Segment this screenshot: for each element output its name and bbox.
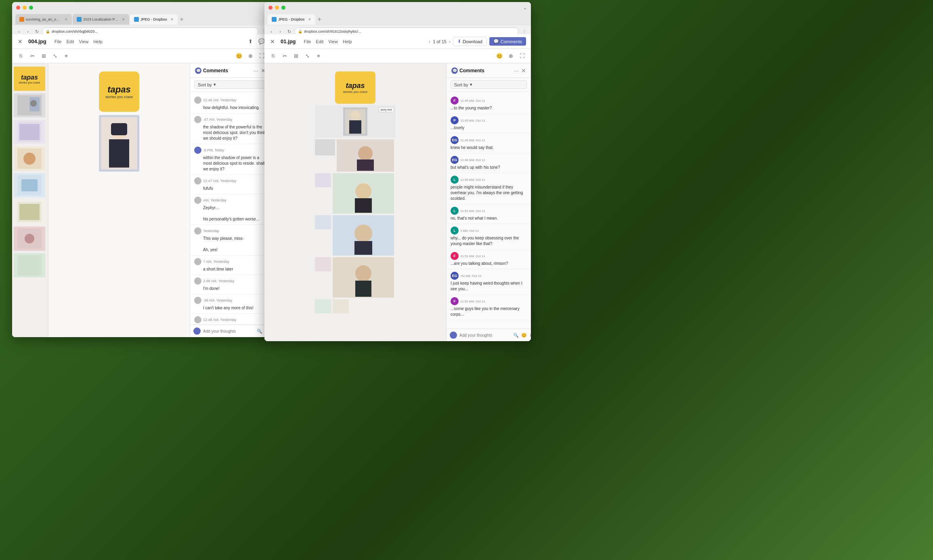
small-panel-4 xyxy=(315,257,331,271)
right-window-control[interactable]: ⌄ xyxy=(523,5,527,10)
right-comments-more-button[interactable]: ··· xyxy=(514,67,519,74)
right-comments-close-button[interactable]: ✕ xyxy=(521,67,526,74)
svg-point-6 xyxy=(23,153,36,165)
right-emoji-icon[interactable]: 😊 xyxy=(521,333,527,338)
close-traffic-light[interactable] xyxy=(16,6,20,10)
emoji-icon[interactable]: 😊 xyxy=(235,52,243,60)
zoom-icon[interactable]: ⊕ xyxy=(246,52,254,60)
comment-0: 12:46 AM, Yesterday how delightful. how … xyxy=(190,94,270,113)
menu-view[interactable]: View xyxy=(79,39,89,44)
right-comment-1: P 11:45 AM, Oct 11 ...lovely xyxy=(447,114,531,134)
thumbnail-3[interactable] xyxy=(14,120,45,144)
right-tab-0[interactable]: JPEG - Dropbox ✕ xyxy=(268,14,315,25)
right-menu-view[interactable]: View xyxy=(328,39,338,44)
right-comment-3: EG 11:46 AM, Oct 11 but what's up with h… xyxy=(447,153,531,173)
manga-panel-1: story text xyxy=(315,105,396,138)
left-file-title: 004.jpg xyxy=(28,38,46,44)
right-send-icon[interactable]: ➤ xyxy=(529,333,531,338)
list-icon[interactable]: ≡ xyxy=(62,52,70,60)
right-comment-4: L 11:50 AM, Oct 11 people might misunder… xyxy=(447,173,531,204)
right-zoom-icon[interactable]: ⊕ xyxy=(507,52,515,60)
search-comment-icon[interactable]: 🔍 xyxy=(257,329,262,334)
right-sort-bar: Sort by ▾ xyxy=(447,78,531,92)
thumbnail-8[interactable] xyxy=(14,253,45,277)
right-comments-panel: 💬 Comments ··· ✕ Sort by ▾ xyxy=(446,63,531,341)
right-scissors-icon[interactable]: ✂ xyxy=(281,52,289,60)
crop-icon[interactable]: ⤡ xyxy=(51,52,59,60)
right-copy-icon[interactable]: ⎘ xyxy=(269,52,277,60)
rc-avatar-3: EG xyxy=(451,156,459,164)
left-app-window: ✕ 004.jpg File Edit View Help ⬆ 💬 ⎘ ✂ ⊞ … xyxy=(12,34,270,337)
comment-6: 7 AM, Yesterday a short time later xyxy=(190,256,270,275)
left-sort-button[interactable]: Sort by ▾ xyxy=(194,80,266,89)
layout-icon[interactable]: ⊞ xyxy=(40,52,48,60)
copy-icon[interactable]: ⎘ xyxy=(17,52,25,60)
right-menu-edit[interactable]: Edit xyxy=(316,39,323,44)
upload-icon[interactable]: ⬆ xyxy=(246,38,254,46)
rc-avatar-7: F xyxy=(451,252,459,260)
left-thumbnails: tapas stories you crave xyxy=(12,63,48,337)
right-comment-8: EG :52 AM, Oct 11 I just keep having wei… xyxy=(447,269,531,295)
left-comment-input-bar: 🔍 😊 ➤ xyxy=(190,325,270,337)
svg-rect-26 xyxy=(357,159,374,171)
comment-9: 12:48 AM, Yesterday fwump xyxy=(190,314,270,325)
comments-toggle-button[interactable]: 💬 Comments xyxy=(489,37,526,46)
thumbnail-4[interactable] xyxy=(14,147,45,171)
right-layout-icon[interactable]: ⊞ xyxy=(292,52,300,60)
right-list-icon[interactable]: ≡ xyxy=(314,52,323,60)
thumbnail-6[interactable] xyxy=(14,200,45,224)
right-fullscreen-icon[interactable]: ⛶ xyxy=(518,52,526,60)
right-max-traffic-light[interactable] xyxy=(281,6,285,10)
right-main-view: tapas stories you crave story text xyxy=(264,63,446,341)
svg-rect-18 xyxy=(109,139,129,168)
menu-file[interactable]: File xyxy=(55,39,62,44)
thumbnail-5[interactable] xyxy=(14,173,45,197)
left-comment-input[interactable] xyxy=(203,329,254,333)
svg-rect-35 xyxy=(355,281,371,297)
thumbnail-7[interactable] xyxy=(14,227,45,251)
left-tab-2[interactable]: JPEG - Dropbox ✕ xyxy=(130,14,178,25)
right-comments-header: 💬 Comments ··· ✕ xyxy=(447,63,531,78)
left-tab-1[interactable]: 2023 Localization Production... ✕ xyxy=(73,14,129,25)
max-traffic-light[interactable] xyxy=(29,6,33,10)
next-page-button[interactable]: › xyxy=(449,39,451,44)
left-app-titlebar: ✕ 004.jpg File Edit View Help ⬆ 💬 xyxy=(12,34,270,49)
menu-help[interactable]: Help xyxy=(93,39,103,44)
rc-avatar-6: L xyxy=(451,227,459,235)
right-menu-help[interactable]: Help xyxy=(343,39,352,44)
prev-page-button[interactable]: ‹ xyxy=(429,39,430,44)
thumbnail-2[interactable] xyxy=(14,93,45,117)
min-traffic-light[interactable] xyxy=(23,6,27,10)
right-min-traffic-light[interactable] xyxy=(275,6,279,10)
left-close-button[interactable]: ✕ xyxy=(17,38,23,45)
download-button[interactable]: ⬇ Download xyxy=(453,37,487,46)
left-comments-list: 12:46 AM, Yesterday how delightful. how … xyxy=(190,92,270,325)
right-new-tab-button[interactable]: + xyxy=(318,16,321,23)
right-menu-file[interactable]: File xyxy=(304,39,311,44)
comment-3: 12:47 AM, Yesterday fufufu xyxy=(190,175,270,194)
comments-more-button[interactable]: ··· xyxy=(254,67,258,74)
left-toolbar: ⎘ ✂ ⊞ ⤡ ≡ 😊 ⊕ ⛶ xyxy=(12,49,270,63)
right-close-traffic-light[interactable] xyxy=(268,6,273,10)
right-crop-icon[interactable]: ⤡ xyxy=(303,52,311,60)
right-close-button[interactable]: ✕ xyxy=(269,38,276,45)
comment-avatar-6 xyxy=(194,258,201,265)
svg-point-34 xyxy=(355,265,371,281)
right-emoji-icon[interactable]: 😊 xyxy=(495,52,503,60)
right-search-icon[interactable]: 🔍 xyxy=(513,333,519,338)
right-user-avatar xyxy=(450,331,457,339)
rc-avatar-9: F xyxy=(451,297,459,305)
scissors-icon[interactable]: ✂ xyxy=(28,52,36,60)
menu-edit[interactable]: Edit xyxy=(67,39,74,44)
left-browser-chrome: surviving_as_an_obsessive_... ✕ 2023 Loc… xyxy=(12,2,270,34)
svg-rect-32 xyxy=(354,241,372,255)
right-toolbar: ⎘ ✂ ⊞ ⤡ ≡ 😊 ⊕ ⛶ xyxy=(264,49,531,63)
thumbnail-1[interactable]: tapas stories you crave xyxy=(14,67,45,91)
pagination-label: 1 of 15 xyxy=(433,39,447,44)
new-tab-button[interactable]: + xyxy=(180,16,184,23)
rc-avatar-8: EG xyxy=(451,272,459,280)
left-tab-0[interactable]: surviving_as_an_obsessive_... ✕ xyxy=(15,14,72,25)
comment-avatar-1 xyxy=(194,116,201,123)
right-comment-input[interactable] xyxy=(459,333,511,338)
right-sort-button[interactable]: Sort by ▾ xyxy=(451,80,527,89)
